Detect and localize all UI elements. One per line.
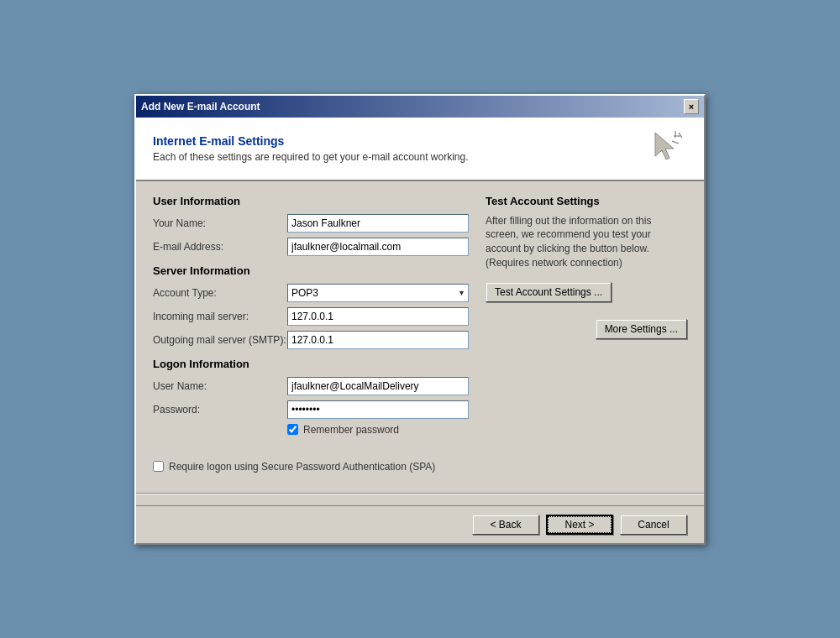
spa-row: Require logon using Secure Password Auth…: [136, 461, 704, 481]
email-row: E-mail Address:: [153, 238, 469, 256]
remember-password-row: Remember password: [153, 424, 469, 436]
svg-line-2: [672, 141, 679, 144]
password-input[interactable]: [287, 400, 469, 419]
wizard-icon: [648, 129, 687, 168]
header-text: Internet E-mail Settings Each of these s…: [153, 134, 469, 163]
footer-buttons: < Back Next > Cancel: [472, 515, 687, 535]
outgoing-input[interactable]: [287, 331, 469, 349]
user-info-title: User Information: [153, 195, 469, 207]
header-title: Internet E-mail Settings: [153, 134, 469, 148]
password-row: Password:: [153, 400, 469, 419]
spa-checkbox[interactable]: [153, 461, 164, 472]
back-button[interactable]: < Back: [472, 515, 539, 535]
svg-line-4: [679, 133, 682, 138]
account-type-label: Account Type:: [153, 287, 287, 299]
name-input[interactable]: [287, 214, 469, 233]
title-bar: Add New E-mail Account ×: [136, 96, 704, 118]
outgoing-label: Outgoing mail server (SMTP):: [153, 334, 287, 346]
test-account-button[interactable]: Test Account Settings ...: [486, 282, 612, 302]
header-subtitle: Each of these settings are required to g…: [153, 151, 469, 163]
spa-label: Require logon using Secure Password Auth…: [169, 461, 435, 473]
dialog-window: Add New E-mail Account × Internet E-mail…: [134, 94, 706, 545]
email-input[interactable]: [287, 238, 469, 256]
footer-bar: < Back Next > Cancel: [136, 505, 704, 543]
incoming-row: Incoming mail server:: [153, 307, 469, 326]
username-input[interactable]: [287, 377, 469, 395]
more-settings-button[interactable]: More Settings ...: [596, 319, 687, 339]
username-label: User Name:: [153, 380, 287, 392]
incoming-label: Incoming mail server:: [153, 311, 287, 322]
header-panel: Internet E-mail Settings Each of these s…: [136, 118, 704, 181]
outgoing-row: Outgoing mail server (SMTP):: [153, 331, 469, 349]
remember-password-label: Remember password: [303, 424, 399, 436]
account-type-select[interactable]: POP3 IMAP HTTP: [287, 284, 469, 302]
next-button[interactable]: Next >: [546, 515, 613, 535]
content-area: User Information Your Name: E-mail Addre…: [136, 181, 704, 454]
test-account-title: Test Account Settings: [486, 195, 687, 207]
cancel-button[interactable]: Cancel: [620, 515, 687, 535]
test-account-section: Test Account Settings After filling out …: [486, 195, 687, 302]
more-settings-row: More Settings ...: [486, 319, 687, 339]
footer-divider: [136, 493, 704, 494]
username-row: User Name:: [153, 377, 469, 395]
password-label: Password:: [153, 404, 287, 416]
dialog-title: Add New E-mail Account: [141, 101, 260, 112]
close-button[interactable]: ×: [684, 99, 699, 114]
incoming-input[interactable]: [287, 307, 469, 326]
email-label: E-mail Address:: [153, 241, 287, 253]
logon-info-title: Logon Information: [153, 358, 469, 370]
name-row: Your Name:: [153, 214, 469, 233]
account-type-wrapper: POP3 IMAP HTTP: [287, 284, 469, 302]
name-label: Your Name:: [153, 217, 287, 229]
left-panel: User Information Your Name: E-mail Addre…: [153, 195, 469, 441]
svg-marker-0: [655, 133, 674, 160]
account-type-row: Account Type: POP3 IMAP HTTP: [153, 284, 469, 302]
test-account-description: After filling out the information on thi…: [486, 214, 687, 270]
server-info-title: Server Information: [153, 264, 469, 277]
right-panel: Test Account Settings After filling out …: [486, 195, 687, 441]
remember-password-checkbox[interactable]: [287, 424, 298, 435]
